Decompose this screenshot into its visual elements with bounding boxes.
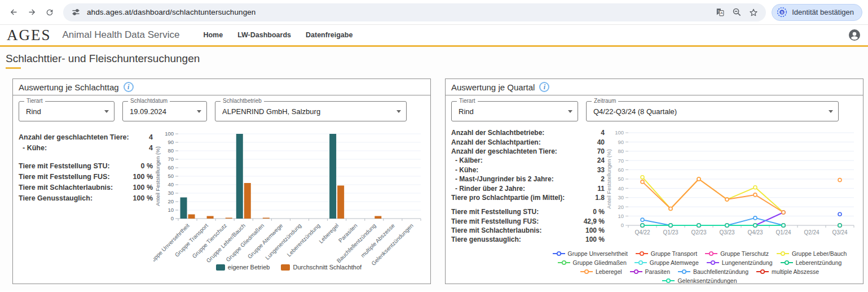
- legend-item[interactable]: Gruppe Atemwege: [634, 259, 699, 266]
- tierart-select[interactable]: Tierart Rind: [451, 101, 578, 121]
- legend-swatch: [281, 264, 290, 271]
- app-title: Animal Health Data Service: [63, 29, 180, 41]
- svg-text:10: 10: [618, 213, 624, 219]
- back-icon[interactable]: [6, 5, 21, 20]
- stat-value: 42,9 %: [584, 217, 605, 225]
- legend-item[interactable]: multiple Abszesse: [756, 268, 819, 275]
- schlachtdatum-select[interactable]: Schlachtdatum 19.09.2024: [122, 101, 207, 121]
- bar-chart-column: 0102030405060708090100Anteil Feststellun…: [153, 127, 425, 271]
- stat-value: 100 %: [133, 184, 153, 191]
- legend-label: Leberentzündung: [796, 259, 842, 266]
- line-series-3[interactable]: [641, 176, 785, 214]
- legend-line-icon: [756, 269, 769, 274]
- legend-item[interactable]: Parasiten: [629, 268, 670, 275]
- stat-value: 70: [597, 147, 605, 155]
- stat-gap: [451, 202, 605, 207]
- legend-label: Gruppe Unversehrtheit: [568, 250, 628, 257]
- legend-item[interactable]: Gruppe Unversehrtheit: [552, 250, 628, 257]
- svg-text:90: 90: [618, 139, 624, 145]
- legend-item[interactable]: eigener Betrieb: [216, 264, 270, 271]
- stat-row: Tiere mit Feststellung FUS:100 %: [19, 171, 153, 182]
- legend-item[interactable]: Gruppe Transport: [635, 250, 697, 257]
- svg-text:20: 20: [618, 204, 624, 210]
- svg-text:Q4/23: Q4/23: [747, 229, 763, 236]
- url-text[interactable]: ahds.ages.at/dashboard/schlachtuntersuch…: [87, 8, 708, 16]
- svg-text:20: 20: [168, 198, 174, 204]
- svg-text:Q1/24: Q1/24: [776, 229, 791, 236]
- legend-item[interactable]: Gruppe Gliedmaßen: [557, 259, 627, 266]
- stat-row: - Rinder über 2 Jahre:11: [451, 184, 605, 193]
- stat-value: 40: [597, 138, 605, 146]
- panel-schlachttag: Auswertung je Schlachttag i Tierart Rind…: [12, 79, 431, 284]
- line-series-6[interactable]: [641, 211, 785, 227]
- legend-item[interactable]: Leberentzündung: [780, 259, 842, 266]
- bar-chart[interactable]: 0102030405060708090100Anteil Feststellun…: [153, 127, 424, 266]
- stat-label: - Kälber:: [451, 156, 597, 164]
- legend-item[interactable]: Leberegel: [580, 268, 622, 275]
- svg-text:S: S: [781, 10, 783, 14]
- main-nav: Home LW-Dashboards Datenfreigabe: [203, 31, 353, 39]
- stat-label: Tiere genusstauglich:: [451, 236, 585, 243]
- info-icon[interactable]: i: [124, 82, 134, 92]
- legend-line-icon: [706, 260, 720, 265]
- schlachtbetrieb-select[interactable]: Schlachtbetrieb ALPENRIND GmbH, Salzburg: [215, 101, 407, 121]
- info-icon[interactable]: i: [539, 82, 549, 92]
- stat-row: Tiere mit Feststellung STU:0 %: [19, 160, 153, 171]
- svg-text:A: A: [720, 11, 723, 15]
- legend-item[interactable]: Gruppe Tierschutz: [704, 250, 769, 257]
- svg-text:80: 80: [168, 147, 174, 154]
- identity-confirm-button[interactable]: S Identität bestätigen: [772, 4, 862, 21]
- title-underline: [6, 67, 21, 69]
- page-title: Schlachttier- und Fleischuntersuchungen: [6, 53, 863, 65]
- stat-value: 100 %: [585, 226, 605, 234]
- browser-toolbar: ahds.ages.at/dashboard/schlachtuntersuch…: [0, 0, 868, 25]
- line-chart[interactable]: 0102030405060708090100Anteil Feststellun…: [605, 127, 857, 243]
- forward-icon[interactable]: [24, 5, 39, 20]
- ages-logo[interactable]: AGES: [7, 27, 51, 44]
- legend-line-icon: [629, 269, 643, 274]
- stat-row: Tiere mit Feststellung STU:0 %: [451, 207, 605, 216]
- legend-line-icon: [776, 251, 790, 256]
- stat-value: 100 %: [133, 194, 153, 202]
- stat-row: Anzahl der geschlachteten Tiere:4: [19, 132, 153, 142]
- stat-value: 100 %: [585, 236, 605, 243]
- id-austria-icon: S: [777, 7, 787, 18]
- tierart-select[interactable]: Tierart Rind: [19, 101, 114, 121]
- svg-text:≡: ≡: [717, 10, 720, 13]
- svg-text:80: 80: [618, 148, 624, 154]
- legend-item[interactable]: Gruppe Leber/Bauch: [776, 250, 847, 257]
- stat-row: Tiere mit Schlachterlaubnis:100 %: [19, 182, 153, 193]
- site-info-icon[interactable]: [70, 7, 81, 18]
- translate-icon[interactable]: A≡: [714, 7, 725, 18]
- stat-label: Tiere mit Feststellung FUS:: [19, 173, 133, 181]
- svg-text:Gruppe Tierschutz: Gruppe Tierschutz: [191, 223, 228, 260]
- line-series-8[interactable]: [641, 177, 841, 214]
- legend-item[interactable]: Lungenentzündung: [706, 259, 773, 266]
- account-avatar-icon[interactable]: [848, 28, 861, 42]
- url-bar[interactable]: ahds.ages.at/dashboard/schlachtuntersuch…: [63, 3, 766, 21]
- nav-item-datenfreigabe[interactable]: Datenfreigabe: [306, 31, 353, 39]
- svg-text:40: 40: [168, 181, 174, 188]
- zoom-out-icon[interactable]: [731, 7, 742, 18]
- panel-quartal: Auswertung je Quartal i Tierart Rind Zei…: [445, 79, 863, 284]
- bar-series-1[interactable]: [188, 183, 382, 219]
- svg-text:multiple Abszesse: multiple Abszesse: [359, 222, 396, 259]
- reload-icon[interactable]: [42, 5, 58, 20]
- filter-value: ALPENRIND GmbH, Salzburg: [222, 107, 320, 116]
- svg-text:60: 60: [618, 167, 624, 173]
- line-series-0[interactable]: [838, 212, 841, 216]
- nav-item-lw-dashboards[interactable]: LW-Dashboards: [237, 31, 291, 39]
- stat-value: 11: [597, 185, 605, 193]
- stat-label: Anzahl der geschlachteten Tiere:: [19, 133, 149, 141]
- bookmark-star-icon[interactable]: [748, 7, 759, 18]
- filters-row: Tierart Rind Schlachtdatum 19.09.2024 Sc…: [19, 101, 425, 121]
- legend-item[interactable]: Durchschnitt Schlachthof: [281, 264, 362, 271]
- zeitraum-select[interactable]: Zeitraum Q4/22-Q3/24 (8 Quartale): [586, 101, 839, 121]
- stat-row: Anzahl der Schlachtpartien:40: [451, 137, 605, 146]
- svg-text:50: 50: [168, 173, 174, 179]
- nav-item-home[interactable]: Home: [203, 31, 223, 39]
- stat-label: Tiere pro Schlachtpartie (im Mittel):: [451, 194, 595, 202]
- filter-label: Schlachtbetrieb: [221, 98, 264, 104]
- legend-item[interactable]: Gelenksentzündungen: [662, 277, 737, 284]
- legend-item[interactable]: Bauchfellentzündung: [677, 268, 748, 275]
